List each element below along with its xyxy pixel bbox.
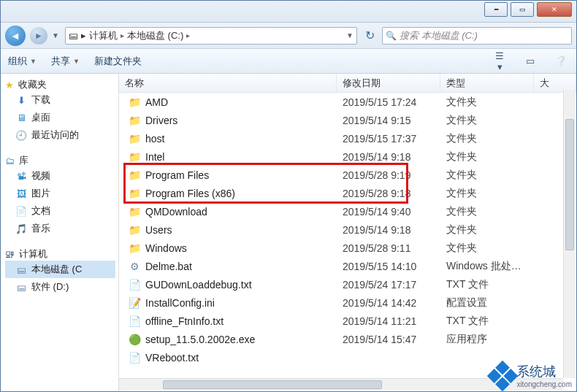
file-row[interactable]: 📄offline_FtnInfo.txt2019/5/14 11:21TXT 文… bbox=[119, 312, 576, 330]
sidebar-item-drive-d[interactable]: 🖴软件 (D:) bbox=[5, 278, 115, 296]
exe-icon: 🟢 bbox=[128, 333, 141, 346]
ini-icon: 📝 bbox=[128, 296, 141, 310]
video-icon: 📽 bbox=[15, 170, 27, 182]
desktop-icon: 🖥 bbox=[15, 112, 27, 123]
nav-back-button[interactable]: ◄ bbox=[5, 26, 26, 46]
file-modified: 2019/5/14 15:47 bbox=[337, 334, 440, 345]
file-name: Delme.bat bbox=[145, 261, 192, 272]
scrollbar-thumb[interactable] bbox=[565, 119, 574, 250]
close-button[interactable]: ✕ bbox=[537, 2, 572, 17]
organize-menu[interactable]: 组织▼ bbox=[8, 55, 37, 68]
file-type: 文件夹 bbox=[440, 114, 534, 127]
window-titlebar: ━ ▭ ✕ bbox=[1, 1, 576, 23]
file-row[interactable]: 📁AMD2019/5/15 17:24文件夹 bbox=[119, 93, 576, 111]
folder-icon: 📁 bbox=[128, 132, 141, 145]
file-type: 应用程序 bbox=[440, 333, 534, 346]
computer-icon: 🖳 bbox=[5, 249, 15, 260]
sidebar-item-drive-c[interactable]: 🖴本地磁盘 (C bbox=[5, 261, 115, 278]
file-row[interactable]: 📁Program Files (x86)2019/5/28 9:18文件夹 bbox=[119, 184, 576, 202]
file-modified: 2019/5/14 9:40 bbox=[337, 206, 440, 218]
sidebar-item-music[interactable]: 🎵音乐 bbox=[5, 220, 115, 237]
file-modified: 2019/5/15 17:37 bbox=[337, 133, 440, 145]
folder-icon: 📁 bbox=[128, 242, 141, 255]
nav-history-dropdown[interactable]: ▼ bbox=[52, 31, 61, 39]
file-row[interactable]: 📁Users2019/5/14 9:18文件夹 bbox=[119, 220, 576, 239]
nav-forward-button[interactable]: ► bbox=[30, 27, 47, 45]
downloads-icon: ⬇ bbox=[15, 94, 27, 106]
sidebar-item-recent[interactable]: 🕘最近访问的 bbox=[5, 126, 115, 144]
file-row[interactable]: 🟢setup_11.5.0.2002e.exe2019/5/14 15:47应用… bbox=[119, 330, 576, 348]
breadcrumb-drive[interactable]: 本地磁盘 (C:) bbox=[127, 29, 183, 42]
file-type: 文件夹 bbox=[440, 169, 534, 182]
sidebar-item-downloads[interactable]: ⬇下载 bbox=[5, 91, 115, 109]
share-menu[interactable]: 共享▼ bbox=[51, 55, 80, 68]
file-type: 配置设置 bbox=[440, 296, 534, 310]
file-type: TXT 文件 bbox=[440, 315, 534, 328]
hdd-icon: 🖴 bbox=[15, 281, 27, 293]
refresh-button[interactable]: ↻ bbox=[362, 28, 378, 42]
txt-icon: 📄 bbox=[128, 351, 141, 364]
file-name: InstallConfig.ini bbox=[145, 297, 215, 309]
maximize-button[interactable]: ▭ bbox=[511, 2, 534, 17]
folder-icon: 📁 bbox=[128, 150, 141, 164]
sidebar-computer-header[interactable]: 🖳计算机 bbox=[5, 247, 115, 261]
address-bar[interactable]: 🖴 ▸ 计算机▸ 本地磁盘 (C:)▸ ▼ bbox=[65, 27, 357, 45]
file-modified: 2019/5/14 9:18 bbox=[337, 224, 440, 236]
sidebar-item-desktop[interactable]: 🖥桌面 bbox=[5, 109, 115, 126]
column-header-type[interactable]: 类型 bbox=[440, 74, 534, 92]
folder-icon: 📁 bbox=[128, 223, 141, 237]
file-type: 文件夹 bbox=[440, 205, 534, 218]
search-placeholder: 搜索 本地磁盘 (C:) bbox=[400, 29, 478, 42]
watermark-logo-icon bbox=[487, 360, 518, 391]
file-row[interactable]: 📁Windows2019/5/28 9:11文件夹 bbox=[119, 239, 576, 257]
scrollbar-thumb[interactable] bbox=[163, 380, 382, 389]
sidebar-favorites-header[interactable]: ★收藏夹 bbox=[5, 78, 115, 91]
folder-icon: 📁 bbox=[128, 169, 141, 182]
txt-icon: 📄 bbox=[128, 315, 141, 328]
minimize-button[interactable]: ━ bbox=[484, 2, 508, 17]
file-type: 文件夹 bbox=[440, 187, 534, 200]
file-name: QMDownload bbox=[145, 206, 207, 218]
libraries-icon: 🗂 bbox=[5, 155, 15, 166]
file-row[interactable]: 📁Program Files2019/5/28 9:19文件夹 bbox=[119, 166, 576, 184]
file-row[interactable]: 📁QMDownload2019/5/14 9:40文件夹 bbox=[119, 202, 576, 220]
breadcrumb-computer[interactable]: 计算机 bbox=[89, 29, 118, 42]
column-header-modified[interactable]: 修改日期 bbox=[337, 74, 440, 92]
navigation-sidebar: ★收藏夹 ⬇下载 🖥桌面 🕘最近访问的 🗂库 📽视频 🖼图片 📄文档 🎵音乐 🖳… bbox=[1, 74, 119, 391]
help-button[interactable]: ❔ bbox=[553, 55, 569, 66]
file-type: TXT 文件 bbox=[440, 278, 534, 291]
watermark: 系统城 xitongcheng.com bbox=[492, 363, 572, 388]
search-input[interactable]: 🔍 搜索 本地磁盘 (C:) bbox=[382, 27, 572, 45]
file-name: GUDownLoaddebug.txt bbox=[145, 279, 252, 291]
sidebar-item-documents[interactable]: 📄文档 bbox=[5, 202, 115, 220]
address-dropdown-icon[interactable]: ▼ bbox=[346, 31, 354, 39]
navigation-bar: ◄ ► ▼ 🖴 ▸ 计算机▸ 本地磁盘 (C:)▸ ▼ ↻ 🔍 搜索 本地磁盘 … bbox=[1, 23, 576, 49]
sidebar-item-videos[interactable]: 📽视频 bbox=[5, 167, 115, 185]
file-type: 文件夹 bbox=[440, 150, 534, 164]
file-list-pane: 名称 修改日期 类型 大 📁AMD2019/5/15 17:24文件夹📁Driv… bbox=[119, 74, 576, 391]
view-options-button[interactable]: ☰ ▾ bbox=[492, 50, 508, 72]
sidebar-item-pictures[interactable]: 🖼图片 bbox=[5, 185, 115, 202]
file-row[interactable]: 📄GUDownLoaddebug.txt2019/5/24 17:17TXT 文… bbox=[119, 275, 576, 293]
file-row[interactable]: 📁host2019/5/15 17:37文件夹 bbox=[119, 129, 576, 147]
column-header-name[interactable]: 名称 bbox=[119, 74, 337, 92]
file-name: Drivers bbox=[145, 115, 177, 126]
file-row[interactable]: ⚙Delme.bat2019/5/15 14:10Windows 批处理... bbox=[119, 257, 576, 275]
file-row[interactable]: 📝InstallConfig.ini2019/5/14 14:42配置设置 bbox=[119, 293, 576, 312]
drive-icon: 🖴 bbox=[69, 30, 78, 41]
breadcrumb-sep-icon: ▸ bbox=[121, 31, 124, 39]
recent-icon: 🕘 bbox=[15, 129, 27, 141]
watermark-brand: 系统城 bbox=[516, 364, 556, 379]
file-modified: 2019/5/15 14:10 bbox=[337, 261, 440, 272]
sidebar-libraries-header[interactable]: 🗂库 bbox=[5, 154, 115, 167]
file-modified: 2019/5/14 14:42 bbox=[337, 297, 440, 309]
file-name: Program Files bbox=[145, 169, 209, 181]
new-folder-button[interactable]: 新建文件夹 bbox=[94, 55, 142, 68]
preview-pane-button[interactable]: ▭ bbox=[522, 55, 538, 66]
vertical-scrollbar[interactable] bbox=[563, 90, 576, 378]
file-modified: 2019/5/14 9:18 bbox=[337, 151, 440, 163]
breadcrumb-sep-icon: ▸ bbox=[81, 30, 86, 41]
file-type: Windows 批处理... bbox=[440, 260, 534, 273]
file-row[interactable]: 📁Intel2019/5/14 9:18文件夹 bbox=[119, 147, 576, 166]
file-row[interactable]: 📁Drivers2019/5/14 9:15文件夹 bbox=[119, 111, 576, 129]
